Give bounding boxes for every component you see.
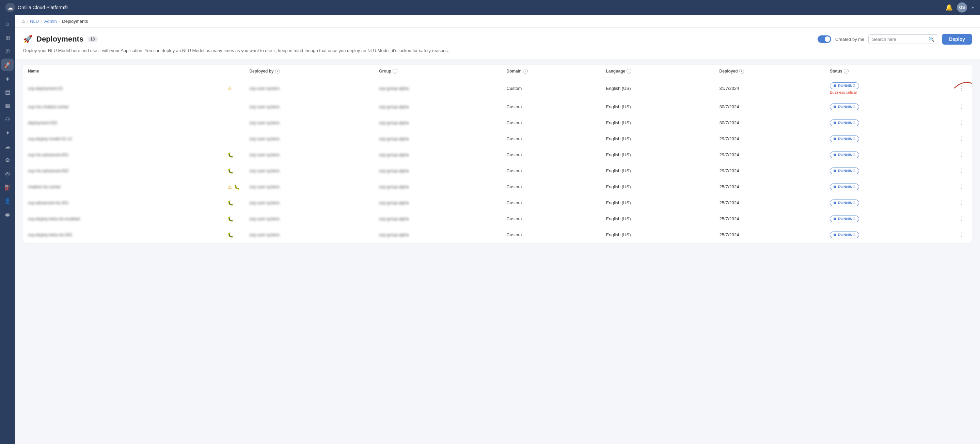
sidebar-item-gear[interactable]: ⚙: [2, 154, 14, 166]
cell-row-menu[interactable]: ⋮: [951, 195, 972, 211]
status-running-dot: [834, 84, 836, 87]
sidebar-item-layers[interactable]: ⊞: [2, 31, 14, 44]
cell-deployed-date: 29/7/2024: [715, 131, 825, 147]
warning-icon: ⚠: [228, 86, 232, 91]
search-input[interactable]: [872, 37, 926, 42]
bug-icon: 🐛: [234, 184, 240, 189]
cell-status: RUNNING: [825, 227, 951, 243]
cell-language: English (US): [601, 195, 715, 211]
user-avatar[interactable]: OS: [957, 2, 967, 13]
sidebar-item-truck[interactable]: ⛽: [2, 181, 14, 193]
cell-row-menu[interactable]: ⋮: [951, 99, 972, 115]
sidebar-item-rocket[interactable]: 🚀: [2, 59, 14, 71]
info-icon-deployed-by[interactable]: i: [275, 69, 280, 73]
cell-deployed-by: ocp-user-system: [245, 227, 374, 243]
sidebar-item-circle[interactable]: ◉: [2, 208, 14, 221]
cell-status: RUNNING: [825, 99, 951, 115]
cell-icons: [223, 131, 245, 147]
row-menu-icon[interactable]: ⋮: [956, 118, 967, 127]
cell-row-menu[interactable]: ⋮: [951, 78, 972, 99]
cell-status: RUNNING Business critical: [825, 78, 951, 99]
cell-icons: ⚠: [223, 78, 245, 99]
sidebar-item-note[interactable]: ▤: [2, 86, 14, 98]
chevron-down-icon[interactable]: ▼: [971, 6, 975, 10]
cell-status: RUNNING: [825, 131, 951, 147]
page-description: Deploy your NLU Model here and use it wi…: [23, 47, 972, 54]
cell-icons: 🐛: [223, 211, 245, 227]
status-badge: RUNNING: [830, 232, 859, 238]
row-menu-icon[interactable]: ⋮: [956, 102, 967, 111]
home-icon[interactable]: ⌂: [22, 18, 24, 24]
cell-deployed-date: 30/7/2024: [715, 99, 825, 115]
row-menu-icon[interactable]: ⋮: [956, 84, 967, 92]
search-box[interactable]: 🔍: [868, 34, 938, 44]
table-row: ocp-deploy-beta-nlu-enabled🐛ocp-user-sys…: [23, 211, 972, 227]
cell-name: ocp-nlu-advanced-001: [23, 147, 223, 163]
cell-row-menu[interactable]: ⋮: [951, 227, 972, 243]
cell-deployed-by: ocp-user-system: [245, 163, 374, 179]
cell-name: ocp-advanced-nlu-001: [23, 195, 223, 211]
sidebar-item-phone[interactable]: ✆: [2, 45, 14, 57]
cell-deployed-by: ocp-user-system: [245, 147, 374, 163]
info-icon-language[interactable]: i: [627, 69, 631, 73]
cell-deployed-by: ocp-user-system: [245, 99, 374, 115]
cell-icons: [223, 99, 245, 115]
info-icon-deployed[interactable]: i: [739, 69, 744, 73]
page-header: 🚀 Deployments 13 Created by me 🔍 Deploy: [15, 27, 980, 59]
sidebar-item-people[interactable]: ⚇: [2, 113, 14, 125]
table-row: ocp-deploy-beta-nlu-002🐛ocp-user-systemo…: [23, 227, 972, 243]
row-menu-icon[interactable]: ⋮: [956, 183, 967, 191]
breadcrumb-separator-1: ›: [27, 19, 28, 23]
toggle-switch[interactable]: [818, 35, 831, 43]
cell-icons: 🐛: [223, 227, 245, 243]
cell-domain: Custom: [502, 163, 601, 179]
cell-group: ocp-group-alpha: [374, 195, 501, 211]
row-menu-icon[interactable]: ⋮: [956, 151, 967, 159]
sidebar-item-home[interactable]: ⌂: [2, 18, 14, 30]
topbar: ☁ Omilia Cloud Platform® 🔔 OS ▼: [0, 0, 980, 15]
status-running-dot: [834, 186, 836, 188]
sidebar-item-cloud[interactable]: ☁: [2, 140, 14, 153]
sidebar-item-chart[interactable]: ◈: [2, 72, 14, 84]
info-icon-status[interactable]: i: [844, 69, 849, 73]
col-domain: Domain i: [502, 65, 601, 78]
status-badge: RUNNING: [830, 215, 859, 222]
cell-row-menu[interactable]: ⋮: [951, 131, 972, 147]
info-icon-group[interactable]: i: [393, 69, 398, 73]
cell-deployed-by: ocp-user-system: [245, 179, 374, 195]
cell-row-menu[interactable]: ⋮: [951, 211, 972, 227]
row-menu-icon[interactable]: ⋮: [956, 135, 967, 143]
col-actions: [951, 65, 972, 78]
breadcrumb: ⌂ › NLU › Admin › Deployments: [15, 15, 980, 27]
sidebar-item-sun[interactable]: ✦: [2, 127, 14, 139]
notification-bell-icon[interactable]: 🔔: [945, 4, 953, 11]
breadcrumb-nlu[interactable]: NLU: [30, 19, 39, 24]
row-menu-icon[interactable]: ⋮: [956, 231, 967, 239]
table-row: deployment-002ocp-user-systemocp-group-a…: [23, 115, 972, 131]
cell-row-menu[interactable]: ⋮: [951, 115, 972, 131]
col-icons: [223, 65, 245, 78]
deploy-button[interactable]: Deploy: [942, 34, 972, 45]
search-icon[interactable]: 🔍: [929, 37, 934, 42]
warning-icon: ⚠: [228, 184, 232, 189]
cell-row-menu[interactable]: ⋮: [951, 147, 972, 163]
col-deployed: Deployed i: [715, 65, 825, 78]
cell-domain: Custom: [502, 78, 601, 99]
cell-deployed-date: 30/7/2024: [715, 115, 825, 131]
info-icon-domain[interactable]: i: [523, 69, 528, 73]
row-menu-icon[interactable]: ⋮: [956, 215, 967, 223]
row-menu-icon[interactable]: ⋮: [956, 199, 967, 207]
cell-row-menu[interactable]: ⋮: [951, 163, 972, 179]
cell-deployed-date: 29/7/2024: [715, 163, 825, 179]
status-badge: RUNNING: [830, 119, 859, 126]
cell-row-menu[interactable]: ⋮: [951, 179, 972, 195]
breadcrumb-admin[interactable]: Admin: [44, 19, 57, 24]
cell-group: ocp-group-alpha: [374, 99, 501, 115]
status-running-dot: [834, 218, 836, 220]
row-menu-icon[interactable]: ⋮: [956, 167, 967, 175]
sidebar-item-user[interactable]: 👤: [2, 195, 14, 207]
breadcrumb-current: Deployments: [62, 19, 88, 24]
table-row: ocp-deploy-model-01-v2ocp-user-systemocp…: [23, 131, 972, 147]
sidebar-item-settings2[interactable]: ◎: [2, 167, 14, 180]
sidebar-item-bar-chart[interactable]: ▦: [2, 99, 14, 112]
